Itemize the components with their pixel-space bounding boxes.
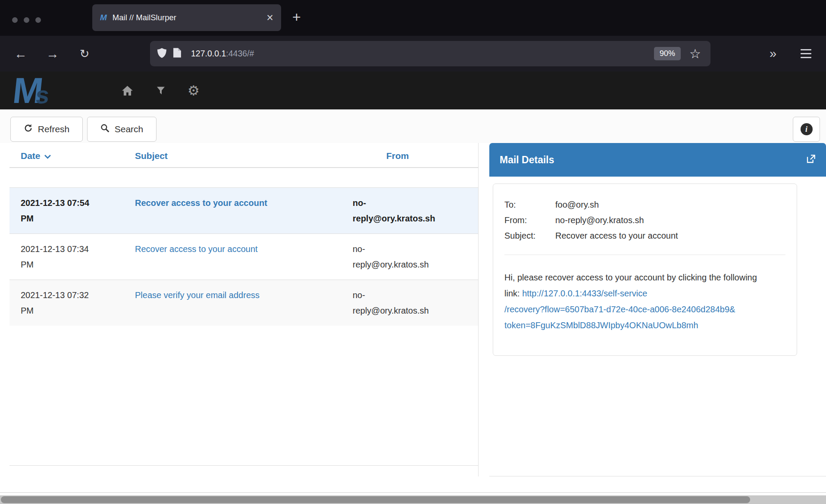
mail-subject: Recover access to your account bbox=[124, 187, 341, 233]
window-controls[interactable] bbox=[12, 17, 41, 23]
column-header-subject[interactable]: Subject bbox=[124, 143, 341, 168]
mail-subject: Recover access to your account bbox=[124, 233, 341, 280]
to-label: To: bbox=[504, 197, 555, 212]
refresh-button-label: Refresh bbox=[38, 124, 70, 134]
table-row[interactable]: 2021-12-13 07:32 PM Please verify your e… bbox=[9, 280, 478, 326]
recovery-link-line: token=8FguKzSMblD88JWIpby4OKNaUOwLb8mh bbox=[504, 317, 763, 333]
mail-details-body: To: foo@ory.sh From: no-reply@ory.kratos… bbox=[489, 177, 826, 476]
browser-navbar: ← → ↻ 127.0.0.1:4436/# 90% ☆ » bbox=[0, 36, 826, 72]
url-text[interactable]: 127.0.0.1:4436/# bbox=[191, 49, 254, 59]
window-control-dot[interactable] bbox=[12, 17, 18, 23]
mail-table-header: Date Subject From bbox=[9, 143, 478, 168]
field-from: From: no-reply@ory.kratos.sh bbox=[504, 212, 785, 228]
browser-tabstrip: M Mail // MailSlurper × + bbox=[0, 0, 826, 36]
mail-from: no-reply@ory.kratos.sh bbox=[341, 233, 478, 280]
mail-date: 2021-12-13 07:32 PM bbox=[9, 280, 124, 326]
mail-subject-link[interactable]: Recover access to your account bbox=[135, 244, 258, 254]
mail-view-card: To: foo@ory.sh From: no-reply@ory.kratos… bbox=[493, 184, 797, 356]
forward-icon[interactable]: → bbox=[41, 36, 65, 72]
mailslurper-logo: M s bbox=[13, 72, 50, 109]
home-icon[interactable] bbox=[118, 72, 137, 109]
window-control-dot[interactable] bbox=[35, 17, 41, 23]
app-toolbar: Refresh Search i bbox=[0, 109, 826, 143]
to-value: foo@ory.sh bbox=[555, 197, 599, 212]
back-icon[interactable]: ← bbox=[9, 36, 33, 72]
mail-from: no-reply@ory.kratos.sh bbox=[341, 187, 478, 233]
mail-details-panel: Mail Details To: foo@ory.sh From: no-rep… bbox=[489, 143, 826, 476]
search-icon bbox=[100, 124, 110, 135]
menu-icon[interactable] bbox=[794, 36, 818, 72]
mail-subject-link[interactable]: Please verify your email address bbox=[135, 290, 260, 300]
recovery-link[interactable]: http://127.0.0.1:4433/self-service/recov… bbox=[504, 289, 763, 333]
main-content: Date Subject From 2021-12-13 07: bbox=[0, 143, 826, 495]
bookmark-star-icon[interactable]: ☆ bbox=[689, 47, 701, 60]
from-value: no-reply@ory.kratos.sh bbox=[555, 212, 644, 228]
search-button-label: Search bbox=[115, 124, 144, 134]
mail-from: no-reply@ory.kratos.sh bbox=[341, 280, 478, 326]
tab-title: Mail // MailSlurper bbox=[113, 13, 266, 22]
column-header-date[interactable]: Date bbox=[9, 143, 124, 168]
column-header-from[interactable]: From bbox=[341, 143, 478, 168]
mail-table: Date Subject From 2021-12-13 07: bbox=[9, 143, 478, 326]
logo-letter-s: s bbox=[34, 81, 51, 109]
field-to: To: foo@ory.sh bbox=[504, 197, 785, 212]
table-row[interactable]: 2021-12-13 07:54 PM Recover access to yo… bbox=[9, 187, 478, 233]
mail-details-header: Mail Details bbox=[489, 143, 826, 177]
card-divider bbox=[504, 255, 785, 255]
field-subject: Subject: Recover access to your account bbox=[504, 228, 785, 243]
settings-gear-icon[interactable]: ⚙ bbox=[184, 72, 203, 109]
refresh-icon bbox=[24, 124, 33, 135]
external-link-icon[interactable] bbox=[806, 154, 816, 166]
mail-subject: Please verify your email address bbox=[124, 280, 341, 326]
zoom-reset-button[interactable]: 90% bbox=[654, 47, 681, 60]
horizontal-scrollbar[interactable] bbox=[0, 495, 826, 504]
reload-icon[interactable]: ↻ bbox=[72, 36, 97, 72]
scrollbar-thumb[interactable] bbox=[1, 496, 750, 503]
info-button[interactable]: i bbox=[793, 117, 820, 142]
filter-icon[interactable] bbox=[151, 72, 170, 109]
browser-window: M Mail // MailSlurper × + ← → ↻ 127.0.0.… bbox=[0, 0, 826, 504]
recovery-link-line: http://127.0.0.1:4433/self-service bbox=[522, 289, 647, 298]
table-spacer bbox=[9, 168, 478, 187]
subject-label: Subject: bbox=[504, 228, 555, 243]
mail-details-title: Mail Details bbox=[500, 154, 806, 166]
close-icon[interactable]: × bbox=[266, 12, 273, 24]
page-info-icon[interactable] bbox=[173, 47, 181, 60]
subject-value: Recover access to your account bbox=[555, 228, 678, 243]
search-button[interactable]: Search bbox=[87, 117, 156, 142]
footer-divider bbox=[0, 492, 826, 493]
table-row[interactable]: 2021-12-13 07:34 PM Recover access to yo… bbox=[9, 233, 478, 280]
mail-date: 2021-12-13 07:34 PM bbox=[9, 233, 124, 280]
menu-bars bbox=[801, 49, 811, 58]
from-label: From: bbox=[504, 212, 555, 228]
refresh-button[interactable]: Refresh bbox=[10, 117, 83, 142]
mail-date: 2021-12-13 07:54 PM bbox=[9, 187, 124, 233]
window-control-dot[interactable] bbox=[24, 17, 29, 23]
mail-body: Hi, please recover access to your accoun… bbox=[504, 270, 763, 333]
url-bar[interactable]: 127.0.0.1:4436/# 90% ☆ bbox=[150, 41, 710, 66]
info-icon: i bbox=[801, 123, 813, 135]
overflow-chevrons-icon[interactable]: » bbox=[761, 36, 785, 72]
mail-list: Date Subject From 2021-12-13 07: bbox=[9, 143, 478, 466]
browser-tab[interactable]: M Mail // MailSlurper × bbox=[92, 4, 281, 31]
recovery-link-line: /recovery?flow=6507ba71-d72e-40ce-a006-8… bbox=[504, 302, 763, 317]
tab-favicon-icon: M bbox=[100, 13, 107, 22]
app-navbar: M s ⚙ bbox=[0, 72, 826, 109]
sort-descending-icon bbox=[44, 151, 51, 161]
new-tab-icon[interactable]: + bbox=[292, 9, 301, 24]
mail-subject-link[interactable]: Recover access to your account bbox=[135, 198, 267, 208]
date-header-label: Date bbox=[21, 151, 41, 161]
pane-divider bbox=[478, 143, 479, 476]
shield-icon[interactable] bbox=[157, 47, 167, 60]
